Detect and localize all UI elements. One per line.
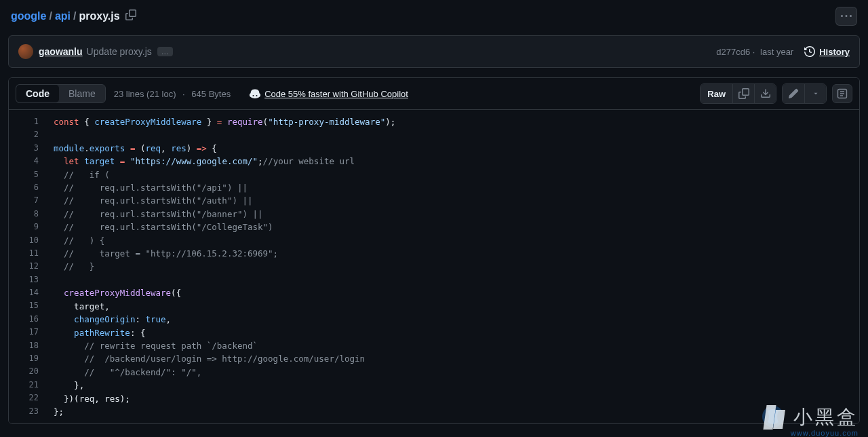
line-number[interactable]: 18 (9, 339, 54, 352)
commit-author[interactable]: gaowanlu (39, 46, 83, 57)
symbols-button[interactable] (832, 84, 852, 103)
line-number[interactable]: 12 (9, 260, 54, 273)
file-view: Code Blame 23 lines (21 loc) · 645 Bytes… (8, 77, 860, 424)
line-number[interactable]: 3 (9, 142, 54, 155)
copy-icon (738, 88, 749, 99)
line-number[interactable]: 11 (9, 247, 54, 260)
copilot-link[interactable]: Code 55% faster with GitHub Copilot (250, 88, 408, 99)
commit-ellipsis-badge[interactable]: … (157, 47, 173, 56)
copy-path-icon[interactable] (125, 10, 136, 23)
code-blame-toggle: Code Blame (16, 84, 106, 103)
line-number[interactable]: 15 (9, 299, 54, 312)
commit-message[interactable]: Update proxy.js (87, 46, 152, 57)
download-icon (760, 88, 771, 99)
raw-toolbar-group: Raw (700, 83, 776, 104)
breadcrumb-sep: / (49, 10, 52, 22)
commit-date: last year (760, 47, 793, 57)
breadcrumb-link[interactable]: api (55, 10, 71, 22)
latest-commit-bar: gaowanlu Update proxy.js … d277cd6 · las… (8, 35, 860, 68)
line-number[interactable]: 4 (9, 155, 54, 168)
file-toolbar: Code Blame 23 lines (21 loc) · 645 Bytes… (9, 78, 859, 110)
history-link[interactable]: History (804, 46, 850, 57)
more-options-button[interactable] (835, 7, 857, 26)
copilot-icon (250, 88, 260, 99)
line-number[interactable]: 8 (9, 208, 54, 221)
breadcrumb: google / api / proxy.js (8, 1, 860, 35)
pencil-icon (788, 88, 799, 99)
commit-sha[interactable]: d277cd6 (716, 47, 750, 57)
copy-raw-button[interactable] (732, 84, 754, 103)
edit-dropdown-button[interactable] (804, 84, 826, 103)
line-number[interactable]: 23 (9, 405, 54, 418)
line-number[interactable]: 14 (9, 286, 54, 299)
breadcrumb-sep: / (73, 10, 76, 22)
line-number[interactable]: 17 (9, 326, 54, 339)
line-number[interactable]: 16 (9, 313, 54, 326)
raw-button[interactable]: Raw (701, 84, 732, 103)
breadcrumb-current: proxy.js (79, 10, 119, 22)
edit-button[interactable] (783, 84, 804, 103)
code-tab[interactable]: Code (16, 85, 59, 102)
line-number[interactable]: 21 (9, 379, 54, 392)
download-button[interactable] (754, 84, 776, 103)
line-number[interactable]: 10 (9, 234, 54, 247)
line-number[interactable]: 22 (9, 392, 54, 404)
line-number[interactable]: 1 (9, 115, 54, 128)
line-number[interactable]: 19 (9, 352, 54, 365)
line-number[interactable]: 9 (9, 221, 54, 233)
breadcrumb-link[interactable]: google (11, 10, 46, 22)
symbols-icon (837, 88, 848, 99)
file-info: 23 lines (21 loc) · 645 Bytes (114, 89, 231, 99)
history-icon (804, 46, 815, 57)
line-number[interactable]: 6 (9, 181, 54, 194)
line-number[interactable]: 20 (9, 365, 54, 378)
chevron-down-icon (812, 90, 819, 97)
line-number[interactable]: 5 (9, 168, 54, 181)
avatar[interactable] (18, 44, 33, 59)
edit-toolbar-group (782, 83, 827, 104)
line-number[interactable]: 2 (9, 128, 54, 141)
line-number[interactable]: 7 (9, 194, 54, 207)
blame-tab[interactable]: Blame (59, 85, 105, 102)
line-number-gutter: 1234567891011121314151617181920212223 (9, 110, 54, 423)
line-number[interactable]: 13 (9, 273, 54, 286)
code-content[interactable]: const { createProxyMiddleware } = requir… (54, 110, 395, 423)
